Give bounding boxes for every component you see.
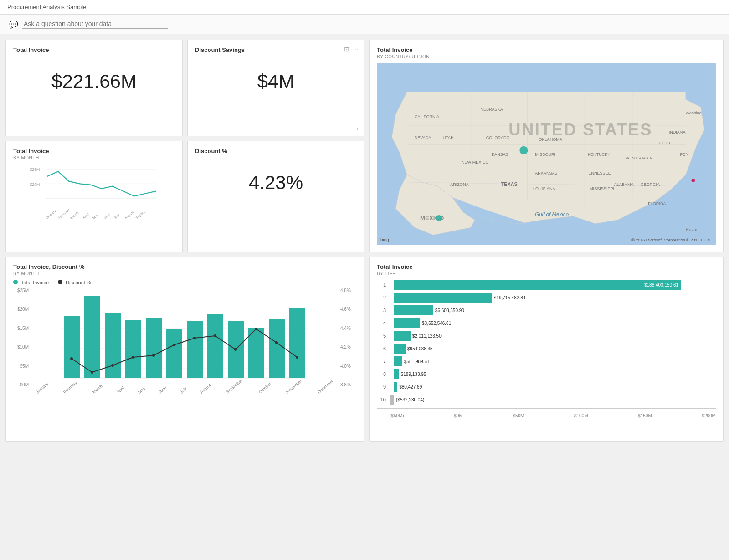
svg-point-76 (111, 364, 114, 367)
total-invoice-legend: Total Invoice (13, 280, 49, 285)
tier-row-5: 5 $2,011,123.50 (377, 331, 716, 341)
svg-text:NEW MEXICO: NEW MEXICO (462, 160, 489, 164)
combo-chart-card: Total Invoice, Discount % BY MONTH Total… (5, 257, 364, 442)
tier-row-7: 7 $581,989.61 (377, 356, 716, 366)
more-icon[interactable]: ··· (353, 46, 359, 53)
svg-point-82 (234, 348, 237, 351)
tier-row-8: 8 $189,133.95 (377, 369, 716, 379)
svg-text:KANSAS: KANSAS (492, 152, 508, 157)
discount-pct-value: 4.23% (195, 155, 357, 210)
svg-rect-72 (269, 319, 285, 378)
tier-row-9: 9 $80,427.69 (377, 382, 716, 392)
svg-point-78 (152, 354, 155, 357)
invoice-month-subtitle: BY MONTH (13, 155, 175, 160)
svg-point-83 (255, 328, 257, 330)
svg-point-75 (91, 371, 93, 374)
discount-pct-legend: Discount % (58, 280, 91, 285)
svg-text:$20M: $20M (30, 182, 40, 186)
svg-text:PEN: PEN (680, 152, 688, 157)
svg-point-79 (173, 344, 175, 346)
svg-text:GEORGIA: GEORGIA (641, 182, 660, 187)
svg-text:LOUISIANA: LOUISIANA (533, 186, 555, 191)
total-invoice-card: Total Invoice $221.66M (5, 40, 183, 136)
map-title: Total Invoice (377, 46, 716, 53)
svg-text:INDIANA: INDIANA (669, 130, 686, 134)
svg-point-41 (691, 179, 695, 182)
map-subtitle: BY COUNTRY/REGION (377, 54, 716, 59)
bing-label: bing (380, 237, 389, 242)
tier-chart-title: Total Invoice (377, 263, 716, 270)
tier-chart-visual: 1 $188,403,150.61 2 $19,715,482.84 (377, 280, 716, 435)
svg-text:ARKANSAS: ARKANSAS (535, 171, 557, 175)
svg-text:FLORIDA: FLORIDA (648, 201, 666, 206)
svg-text:August: August (124, 210, 135, 220)
svg-text:May: May (92, 212, 99, 220)
svg-rect-67 (166, 329, 182, 378)
svg-point-77 (132, 356, 134, 359)
combo-chart-svg (31, 288, 339, 388)
discount-savings-card: Discount Savings ⊡ ··· $4M ⌟ (187, 40, 364, 136)
svg-rect-62 (64, 316, 80, 378)
tier-x-axis: ($50M) $0M $50M $100M $150M $200M (377, 412, 716, 418)
svg-text:January: January (45, 209, 57, 220)
svg-text:OKLAHOMA: OKLAHOMA (539, 137, 562, 142)
total-invoice-value: $221.66M (13, 54, 175, 109)
tier-row-10: 10 ($532,230.04) (377, 395, 716, 405)
svg-text:ALABAMA: ALABAMA (614, 182, 634, 187)
combo-chart-title: Total Invoice, Discount % (13, 263, 357, 270)
svg-text:June: June (103, 212, 111, 220)
svg-text:WEST VIRGIN: WEST VIRGIN (626, 156, 653, 160)
svg-rect-66 (146, 318, 162, 378)
app-title: Procurement Analysis Sample (7, 4, 86, 10)
svg-text:April: April (82, 212, 90, 220)
discount-pct-card: Discount % 4.23% (187, 141, 364, 252)
svg-point-85 (296, 356, 298, 359)
svg-text:KENTUCKY: KENTUCKY (588, 152, 610, 157)
svg-text:NEVADA: NEVADA (415, 135, 432, 140)
svg-text:ARIZONA: ARIZONA (450, 182, 469, 187)
resize-handle: ⌟ (355, 124, 359, 131)
svg-text:March: March (70, 211, 80, 220)
tier-row-6: 6 $954,088.35 (377, 344, 716, 354)
svg-text:OHIO: OHIO (659, 141, 670, 145)
svg-text:CALIFORNIA: CALIFORNIA (415, 114, 440, 119)
svg-text:February: February (57, 208, 70, 220)
tier-row-2: 2 $19,715,482.84 (377, 293, 716, 303)
svg-point-39 (519, 146, 528, 154)
invoice-month-title: Total Invoice (13, 148, 175, 154)
svg-text:MISSISSIPPI: MISSISSIPPI (590, 186, 614, 191)
svg-text:Gulf of Mexico: Gulf of Mexico (535, 211, 569, 217)
discount-pct-legend-dot (58, 280, 62, 284)
discount-pct-title: Discount % (195, 148, 357, 154)
svg-text:TEXAS: TEXAS (501, 181, 518, 187)
svg-rect-71 (248, 328, 264, 378)
svg-text:MISSOURI: MISSOURI (535, 152, 555, 157)
svg-text:Washing: Washing (686, 111, 702, 115)
svg-point-81 (214, 334, 216, 337)
invoice-by-month-card: Total Invoice BY MONTH $25M $20M January… (5, 141, 183, 252)
svg-text:$25M: $25M (30, 167, 40, 172)
svg-point-84 (275, 341, 278, 344)
svg-rect-65 (125, 320, 141, 378)
svg-text:COLORADO: COLORADO (486, 135, 510, 140)
tier-row-3: 3 $6,608,350.90 (377, 305, 716, 315)
tier-chart-card: Total Invoice BY TIER 1 $188,403,150.61 … (369, 257, 724, 442)
map-card: Total Invoice BY COUNTRY/REGION (369, 40, 724, 252)
svg-rect-64 (105, 313, 121, 378)
svg-text:Havan: Havan (686, 227, 699, 232)
qa-input[interactable] (22, 19, 168, 29)
tier-row-4: 4 $3,652,546.61 (377, 318, 716, 328)
svg-text:UTAH: UTAH (443, 135, 454, 140)
expand-icon[interactable]: ⊡ (344, 46, 349, 53)
qa-icon: 💬 (9, 20, 18, 29)
svg-rect-69 (207, 314, 223, 378)
svg-text:UNITED STATES: UNITED STATES (508, 120, 652, 139)
svg-rect-63 (84, 296, 100, 378)
discount-savings-title: Discount Savings (195, 46, 357, 53)
total-invoice-legend-dot (13, 280, 18, 284)
tier-row-1: 1 $188,403,150.61 (377, 280, 716, 290)
svg-rect-68 (187, 321, 203, 378)
total-invoice-title: Total Invoice (13, 46, 175, 53)
discount-savings-value: $4M (195, 54, 357, 109)
svg-rect-73 (289, 308, 305, 378)
